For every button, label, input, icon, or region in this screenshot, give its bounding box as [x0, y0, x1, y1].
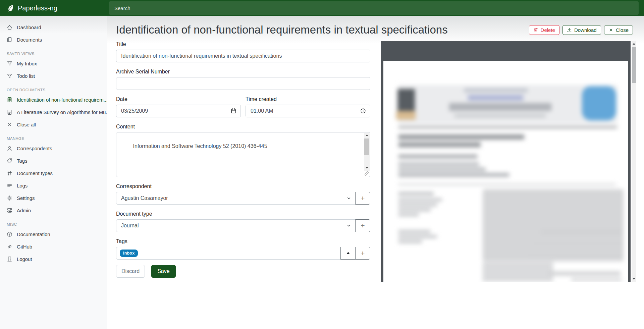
time-created-input[interactable]: 01:00 AM	[246, 105, 370, 117]
sidebar-item-label: Identification of non-functional require…	[17, 97, 107, 103]
save-button[interactable]: Save	[151, 265, 175, 278]
toggles-icon	[7, 208, 12, 213]
sidebar-item-documents[interactable]: Documents	[0, 34, 107, 46]
time-field-wrap: Time created 01:00 AM	[246, 90, 370, 117]
asn-input[interactable]	[116, 77, 370, 90]
download-button-label: Download	[574, 27, 597, 33]
list-icon	[7, 183, 12, 188]
correspondent-label: Correspondent	[116, 183, 370, 189]
sidebar-item-admin[interactable]: Admin	[0, 204, 107, 217]
page-title: Identification of non-functional require…	[116, 23, 448, 37]
search-input[interactable]: Search	[109, 1, 639, 15]
plus-icon: +	[361, 222, 365, 230]
sidebar-item-documentation[interactable]: Documentation	[0, 228, 107, 240]
sidebar-item-label: Dashboard	[17, 24, 41, 30]
correspondent-group: Agustin Casamayor +	[116, 192, 370, 205]
chevron-down-icon	[346, 196, 351, 201]
plus-icon: +	[361, 194, 365, 202]
correspondent-select[interactable]: Agustin Casamayor	[116, 192, 356, 205]
title-input[interactable]	[116, 50, 370, 62]
person-icon	[7, 146, 12, 151]
sidebar-item-github[interactable]: GitHub	[0, 240, 107, 253]
pdf-preview	[381, 41, 636, 282]
correspondent-value: Agustin Casamayor	[121, 195, 168, 201]
download-button[interactable]: Download	[562, 25, 601, 35]
pdf-scroll-up-arrow[interactable]	[632, 41, 636, 46]
document-form: Title Archive Serial Number Date 03/25/2…	[116, 37, 370, 282]
date-input[interactable]: 03/25/2009	[116, 105, 241, 117]
add-document-type-button[interactable]: +	[355, 219, 370, 232]
delete-button[interactable]: Delete	[529, 25, 559, 35]
sidebar-item-logout[interactable]: Logout	[0, 253, 107, 265]
document-type-label: Document type	[116, 211, 370, 217]
file-text-icon	[7, 97, 12, 103]
trash-icon	[533, 28, 538, 33]
brand-name: Paperless-ng	[18, 4, 57, 12]
close-button[interactable]: Close	[604, 25, 633, 35]
link-icon	[7, 244, 12, 250]
scrollbar-thumb[interactable]	[364, 139, 369, 155]
close-icon	[7, 122, 12, 127]
sidebar-item-label: Tags	[17, 158, 27, 164]
pdf-viewer-frame	[381, 41, 631, 282]
document-header: Identification of non-functional require…	[107, 16, 644, 37]
add-correspondent-button[interactable]: +	[355, 192, 370, 205]
document-type-group: Journal +	[116, 219, 370, 232]
sidebar-item-tags[interactable]: Tags	[0, 155, 107, 167]
title-label: Title	[116, 41, 370, 47]
tag-icon	[7, 158, 12, 164]
document-actions: Delete Download Close	[529, 25, 633, 35]
sidebar-item-dashboard[interactable]: Dashboard	[0, 21, 107, 34]
sidebar-item-label: Documentation	[17, 231, 50, 237]
form-actions: Discard Save	[116, 265, 370, 278]
tags-group: Inbox +	[116, 247, 370, 260]
sidebar-item-label: Logout	[17, 256, 32, 262]
scroll-down-arrow[interactable]	[364, 165, 370, 171]
sidebar-item-document-types[interactable]: Document types	[0, 167, 107, 179]
sidebar-item-open-doc-1[interactable]: Identification of non-functional require…	[0, 94, 107, 106]
content-scrollbar[interactable]	[364, 133, 370, 171]
sidebar: Dashboard Documents SAVED VIEWS My Inbox…	[0, 16, 107, 329]
sidebar-item-open-doc-2[interactable]: A Literature Survey on Algorithms for Mu…	[0, 106, 107, 118]
sidebar-section-misc: MISC	[0, 222, 107, 226]
blurred-document-content	[383, 61, 628, 282]
pdf-scrollbar-thumb[interactable]	[632, 47, 636, 83]
sidebar-item-label: Close all	[17, 122, 36, 127]
discard-button[interactable]: Discard	[116, 265, 145, 278]
sidebar-item-settings[interactable]: Settings	[0, 192, 107, 204]
clock-icon[interactable]	[360, 108, 366, 114]
sidebar-item-correspondents[interactable]: Correspondents	[0, 142, 107, 155]
pdf-page	[383, 61, 628, 282]
question-circle-icon	[7, 231, 12, 237]
sidebar-section-saved-views: SAVED VIEWS	[0, 52, 107, 56]
sidebar-item-my-inbox[interactable]: My Inbox	[0, 57, 107, 70]
content-textarea[interactable]: Information and Software Technology 52 (…	[116, 132, 370, 177]
add-tag-button[interactable]: +	[355, 247, 370, 260]
date-label: Date	[116, 96, 241, 102]
document-type-value: Journal	[121, 223, 139, 229]
document-type-select[interactable]: Journal	[116, 219, 356, 232]
collapse-tags-button[interactable]	[340, 247, 356, 260]
sidebar-item-label: A Literature Survey on Algorithms for Mu…	[17, 109, 107, 115]
app-brand[interactable]: Paperless-ng	[0, 0, 107, 16]
tag-badge-inbox[interactable]: Inbox	[120, 250, 138, 257]
sidebar-section-manage: MANAGE	[0, 136, 107, 141]
sidebar-item-label: Document types	[17, 170, 53, 176]
download-icon	[567, 28, 572, 33]
tags-input[interactable]: Inbox	[116, 247, 341, 260]
door-icon	[7, 256, 12, 262]
hash-icon	[7, 170, 12, 176]
pdf-scrollbar[interactable]	[632, 41, 636, 282]
asn-label: Archive Serial Number	[116, 69, 370, 75]
plus-icon: +	[361, 249, 365, 257]
pdf-scroll-down-arrow[interactable]	[632, 276, 636, 281]
sidebar-item-todo-list[interactable]: Todo list	[0, 70, 107, 82]
date-time-row: Date 03/25/2009 Time created 01:00 AM	[116, 90, 370, 117]
sidebar-item-close-all[interactable]: Close all	[0, 118, 107, 131]
resize-grip[interactable]	[365, 171, 369, 176]
sidebar-item-logs[interactable]: Logs	[0, 179, 107, 192]
home-icon	[7, 24, 12, 30]
sidebar-item-label: Settings	[17, 195, 35, 201]
scroll-up-arrow[interactable]	[364, 133, 370, 138]
calendar-icon[interactable]	[231, 108, 236, 114]
